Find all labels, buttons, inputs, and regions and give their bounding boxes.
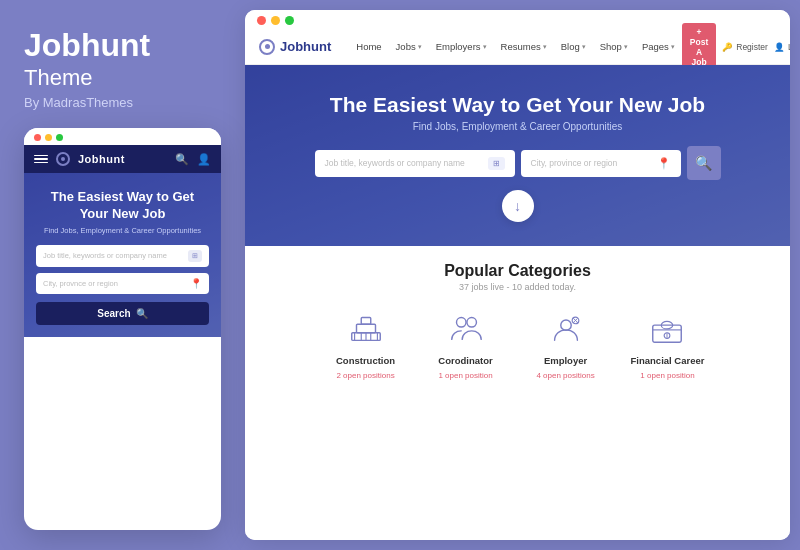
mobile-logo-dot <box>61 157 65 161</box>
mobile-mockup: Jobhunt 🔍 👤 The Easiest Way to Get Your … <box>24 128 221 530</box>
desktop-search-grid-icon: ⊞ <box>488 157 505 170</box>
financial-name: Financial Career <box>631 355 705 366</box>
hamburger-icon[interactable] <box>34 155 48 164</box>
desktop-nav-right: + Post A Job 🔑 Register 👤 Login <box>682 23 790 71</box>
desktop-search-button[interactable]: 🔍 <box>687 146 721 180</box>
mobile-dot-yellow <box>45 134 52 141</box>
mobile-search-btn-label: Search <box>97 308 130 319</box>
nav-item-home[interactable]: Home <box>349 29 388 65</box>
user-icon[interactable]: 👤 <box>197 153 211 166</box>
category-item-employer[interactable]: Employer 4 open positions <box>531 306 601 380</box>
scroll-down-icon: ↓ <box>514 198 521 214</box>
nav-pages-label: Pages <box>642 41 669 52</box>
svg-point-9 <box>466 318 476 328</box>
mobile-hero: The Easiest Way to Get Your New Job Find… <box>24 173 221 337</box>
mobile-dot-green <box>56 134 63 141</box>
mobile-nav-left: Jobhunt <box>34 152 125 166</box>
mobile-nav-right: 🔍 👤 <box>175 153 211 166</box>
corodinator-icon <box>447 309 485 347</box>
corodinator-icon-wrap <box>444 306 488 350</box>
register-label: Register <box>736 42 768 52</box>
mobile-hero-sub: Find Jobs, Employment & Career Opportuni… <box>36 226 209 235</box>
chevron-down-icon: ▾ <box>483 43 487 51</box>
mobile-search-button[interactable]: Search 🔍 <box>36 302 209 325</box>
desktop-nav: Jobhunt Home Jobs ▾ Employers ▾ Resumes … <box>245 29 790 65</box>
nav-employers-label: Employers <box>436 41 481 52</box>
desktop-dot-red <box>257 16 266 25</box>
post-job-label: + Post A Job <box>690 27 708 67</box>
svg-point-10 <box>560 320 570 330</box>
categories-row: Construction 2 open positions Corodinato… <box>265 306 770 380</box>
mobile-hero-content: The Easiest Way to Get Your New Job Find… <box>36 189 209 325</box>
nav-item-resumes[interactable]: Resumes ▾ <box>494 29 554 65</box>
desktop-hero-sub: Find Jobs, Employment & Career Opportuni… <box>265 121 770 132</box>
register-link[interactable]: 🔑 Register <box>722 42 768 52</box>
mobile-search-grid-icon: ⊞ <box>188 250 202 262</box>
post-job-button[interactable]: + Post A Job <box>682 23 716 71</box>
brand-subtitle: Theme <box>24 65 221 91</box>
mobile-dot-red <box>34 134 41 141</box>
corodinator-open: 1 open position <box>438 371 492 380</box>
employer-icon <box>547 309 585 347</box>
category-item-construction[interactable]: Construction 2 open positions <box>331 306 401 380</box>
mobile-logo-icon <box>56 152 70 166</box>
chevron-down-icon: ▾ <box>418 43 422 51</box>
desktop-search-placeholder: Job title, keywords or company name <box>325 158 465 168</box>
mobile-location-placeholder: City, provnce or region <box>43 279 118 288</box>
nav-item-shop[interactable]: Shop ▾ <box>593 29 635 65</box>
employer-open: 4 open positions <box>536 371 594 380</box>
desktop-hero: The Easiest Way to Get Your New Job Find… <box>245 65 790 246</box>
login-label: Login <box>788 42 790 52</box>
construction-icon <box>347 309 385 347</box>
mobile-logo-text: Jobhunt <box>78 153 125 165</box>
scroll-circle[interactable]: ↓ <box>502 190 534 222</box>
desktop-dot-green <box>285 16 294 25</box>
chevron-down-icon: ▾ <box>543 43 547 51</box>
desktop-dot-yellow <box>271 16 280 25</box>
brand-title: Jobhunt <box>24 28 221 63</box>
svg-rect-2 <box>361 318 371 325</box>
mobile-search-btn-icon: 🔍 <box>136 308 148 319</box>
desktop-hero-content: The Easiest Way to Get Your New Job Find… <box>265 93 770 180</box>
desktop-logo-circle-icon <box>259 39 275 55</box>
financial-icon-wrap <box>645 306 689 350</box>
category-item-corodinator[interactable]: Corodinator 1 open position <box>431 306 501 380</box>
nav-item-pages[interactable]: Pages ▾ <box>635 29 682 65</box>
desktop-search-icon: 🔍 <box>695 155 712 171</box>
construction-icon-wrap <box>344 306 388 350</box>
svg-rect-1 <box>356 324 375 333</box>
employer-icon-wrap <box>544 306 588 350</box>
nav-blog-label: Blog <box>561 41 580 52</box>
popular-title: Popular Categories <box>265 262 770 280</box>
scroll-indicator: ↓ <box>265 190 770 222</box>
employer-name: Employer <box>544 355 587 366</box>
nav-home-label: Home <box>356 41 381 52</box>
desktop-job-search-field[interactable]: Job title, keywords or company name ⊞ <box>315 150 515 177</box>
chevron-down-icon: ▾ <box>624 43 628 51</box>
mobile-search-placeholder: Job title, keywords or company name <box>43 251 167 260</box>
login-link[interactable]: 👤 Login <box>774 42 790 52</box>
search-icon[interactable]: 🔍 <box>175 153 189 166</box>
mobile-search-box[interactable]: Job title, keywords or company name ⊞ <box>36 245 209 267</box>
desktop-search-row: Job title, keywords or company name ⊞ Ci… <box>265 146 770 180</box>
desktop-nav-logo: Jobhunt <box>259 39 331 55</box>
nav-item-employers[interactable]: Employers ▾ <box>429 29 494 65</box>
svg-point-8 <box>456 318 466 328</box>
user-login-icon: 👤 <box>774 42 785 52</box>
desktop-location-placeholder: City, province or region <box>531 158 618 168</box>
desktop-logo-text: Jobhunt <box>280 39 331 54</box>
construction-open: 2 open positions <box>336 371 394 380</box>
desktop-hero-title: The Easiest Way to Get Your New Job <box>265 93 770 117</box>
nav-shop-label: Shop <box>600 41 622 52</box>
category-item-financial[interactable]: Financial Career 1 open position <box>631 306 705 380</box>
nav-item-blog[interactable]: Blog ▾ <box>554 29 593 65</box>
desktop-nav-items: Home Jobs ▾ Employers ▾ Resumes ▾ Blog ▾… <box>349 29 682 65</box>
chevron-down-icon: ▾ <box>582 43 586 51</box>
financial-open: 1 open position <box>640 371 694 380</box>
mobile-location-box[interactable]: City, provnce or region 📍 <box>36 273 209 294</box>
popular-sub: 37 jobs live - 10 added today. <box>265 282 770 292</box>
desktop-location-field[interactable]: City, province or region 📍 <box>521 150 681 177</box>
mobile-top-bar <box>24 128 221 145</box>
construction-name: Construction <box>336 355 395 366</box>
nav-item-jobs[interactable]: Jobs ▾ <box>389 29 429 65</box>
